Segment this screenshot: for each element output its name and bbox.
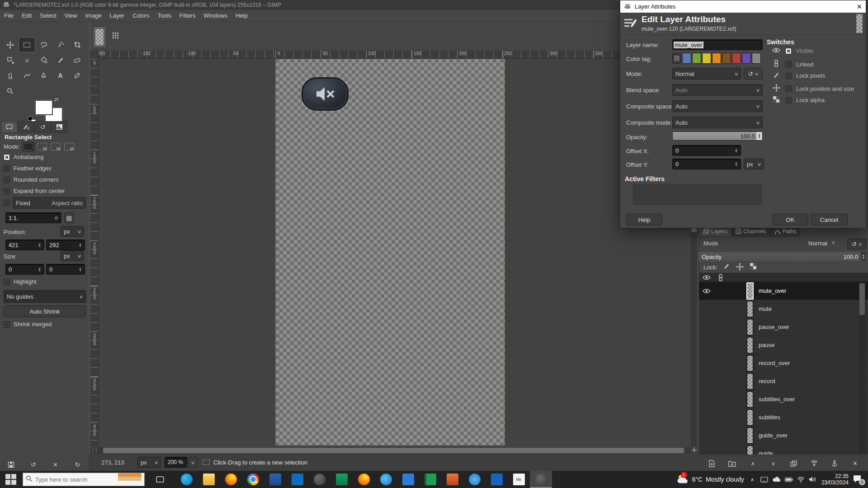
quick-mask-icon[interactable] xyxy=(90,447,99,454)
shrink-merged-checkbox[interactable] xyxy=(4,321,10,328)
color-tag-2[interactable] xyxy=(692,53,701,64)
portrait-landscape-button[interactable]: ▤ xyxy=(64,212,74,223)
raise-layer-button[interactable]: ∧ xyxy=(747,458,759,469)
offset-y-input[interactable]: 0▲▼ xyxy=(672,159,741,169)
taskbar-clock[interactable]: 22:35 23/03/2024 xyxy=(821,473,849,486)
volume-icon[interactable] xyxy=(809,476,817,483)
highlight-checkbox[interactable] xyxy=(4,279,10,285)
checkbox-antialiasing[interactable]: ✕ xyxy=(4,154,10,160)
tool-bucket-fill[interactable] xyxy=(35,52,52,68)
dock-tab-undo-history[interactable]: ↺ xyxy=(34,121,51,133)
menu-edit[interactable]: Edit xyxy=(18,10,36,22)
help-button[interactable]: Help xyxy=(626,214,662,225)
battery-icon[interactable] xyxy=(785,477,793,482)
offset-unit-dropdown[interactable]: px∨ xyxy=(744,159,764,169)
color-tag-5[interactable] xyxy=(722,53,731,64)
layer-row-subtitles_over[interactable]: subtitles_over xyxy=(699,390,868,408)
layers-scrollbar[interactable] xyxy=(859,283,865,454)
taskbar-app-tile-note[interactable]: tile xyxy=(508,471,530,488)
taskbar-search[interactable] xyxy=(23,473,145,486)
merge-down-button[interactable] xyxy=(808,458,820,469)
menu-select[interactable]: Select xyxy=(36,10,60,22)
taskbar-app-gimp-dark[interactable] xyxy=(308,471,330,488)
position-unit-dropdown[interactable]: px∨ xyxy=(61,226,84,237)
tool-transform[interactable] xyxy=(2,52,19,68)
lock-checker-icon[interactable] xyxy=(750,263,756,272)
tool-clone[interactable] xyxy=(2,68,19,83)
color-tag-4[interactable] xyxy=(712,53,721,64)
delete-preset-button[interactable]: ✕ xyxy=(50,459,61,470)
tool-color-picker[interactable] xyxy=(69,68,85,83)
menu-help[interactable]: Help xyxy=(231,10,252,22)
dock-tab-device-status[interactable] xyxy=(18,121,34,133)
dock-tab-histogram[interactable] xyxy=(51,121,68,133)
switch-checkbox-lock-pixels[interactable] xyxy=(785,73,792,79)
tool-zoom[interactable] xyxy=(2,83,19,99)
size-height-input[interactable]: 0▲▼ xyxy=(46,264,85,275)
taskbar-app-writer[interactable] xyxy=(264,471,286,488)
image-tab[interactable] xyxy=(93,26,106,48)
layers-opacity-stepper[interactable]: ▲▼ xyxy=(861,252,866,261)
composite-space-dropdown[interactable]: Auto∨ xyxy=(672,100,763,112)
mode-intersect-button[interactable] xyxy=(64,143,74,150)
menu-file[interactable]: File xyxy=(0,10,18,22)
weather-widget[interactable]: 1 6°C Mostly cloudy xyxy=(676,474,744,486)
new-group-button[interactable] xyxy=(726,458,738,469)
dialog-mode-reset-button[interactable]: ↺∨ xyxy=(744,68,763,80)
action-center-button[interactable]: 8 xyxy=(853,474,864,485)
layer-row-record_over[interactable]: record_over xyxy=(699,354,868,372)
switch-checkbox-lock-alpha[interactable] xyxy=(785,97,792,103)
zoom-level-input[interactable]: 200 % xyxy=(165,457,187,468)
canvas-image[interactable] xyxy=(275,59,505,446)
checkbox-expand-from-center[interactable] xyxy=(4,188,10,194)
new-layer-button[interactable] xyxy=(706,458,718,469)
lock-brush-icon[interactable] xyxy=(723,263,730,272)
visibility-column-icon[interactable] xyxy=(699,275,714,280)
menu-windows[interactable]: Windows xyxy=(199,10,231,22)
taskbar-app-firefox-orange[interactable] xyxy=(353,471,375,488)
dialog-titlebar[interactable]: Layer Attributes ✕ xyxy=(620,0,866,13)
composite-mode-dropdown[interactable]: Auto∨ xyxy=(672,117,763,128)
tool-eraser[interactable] xyxy=(69,52,85,68)
guides-dropdown[interactable]: No guides∨ xyxy=(4,290,86,303)
layers-mode-dropdown[interactable]: Normal∨ xyxy=(808,240,835,247)
size-width-input[interactable]: 0▲▼ xyxy=(5,264,44,275)
color-tag-8[interactable] xyxy=(752,53,761,64)
taskbar-app-powerpoint[interactable] xyxy=(441,471,463,488)
wifi-icon[interactable] xyxy=(797,477,805,483)
tool-free-select[interactable] xyxy=(35,37,52,52)
clear-input-icon[interactable]: ⊗ xyxy=(54,215,58,221)
reset-preset-button[interactable]: ↻ xyxy=(72,459,84,470)
link-column-icon[interactable] xyxy=(714,274,727,282)
lower-layer-button[interactable]: ∨ xyxy=(767,458,779,469)
onedrive-icon[interactable] xyxy=(773,477,781,482)
taskbar-app-vscode[interactable] xyxy=(397,471,419,488)
fixed-option-dropdown[interactable]: Fixed Aspect ratio xyxy=(13,197,86,209)
taskbar-app-blue-app[interactable] xyxy=(486,471,508,488)
taskbar-app-calc[interactable] xyxy=(330,471,353,488)
fixed-checkbox[interactable] xyxy=(4,200,10,206)
horizontal-scrollbar-thumb[interactable] xyxy=(103,448,684,453)
tool-paths[interactable] xyxy=(35,68,52,83)
active-filters-box[interactable] xyxy=(633,184,762,205)
ok-button[interactable]: OK xyxy=(772,214,808,225)
layers-mode-reset-button[interactable]: ↺∨ xyxy=(847,239,866,249)
menu-image[interactable]: Image xyxy=(81,10,105,22)
size-unit-dropdown[interactable]: px∨ xyxy=(61,250,84,261)
tool-crop[interactable] xyxy=(69,37,85,52)
position-y-input[interactable]: 292▲▼ xyxy=(46,239,85,250)
anchor-button[interactable] xyxy=(829,458,840,469)
cancel-button[interactable]: Cancel xyxy=(811,214,848,225)
dialog-opacity-slider[interactable]: 100.0 xyxy=(672,131,763,141)
layer-row-pause[interactable]: pause xyxy=(699,336,868,354)
dock-tab-tool-options[interactable] xyxy=(1,121,18,133)
menu-view[interactable]: View xyxy=(61,10,81,22)
switch-checkbox-lock-position-and-size[interactable] xyxy=(785,85,792,92)
menu-layer[interactable]: Layer xyxy=(106,10,129,22)
menu-filters[interactable]: Filters xyxy=(175,10,199,22)
horizontal-scrollbar[interactable] xyxy=(99,447,691,454)
tool-rectangle-select[interactable] xyxy=(19,37,35,52)
layer-row-record[interactable]: record xyxy=(699,372,868,390)
checkbox-rounded-corners[interactable] xyxy=(4,177,10,183)
foreground-color-swatch[interactable] xyxy=(35,100,52,115)
